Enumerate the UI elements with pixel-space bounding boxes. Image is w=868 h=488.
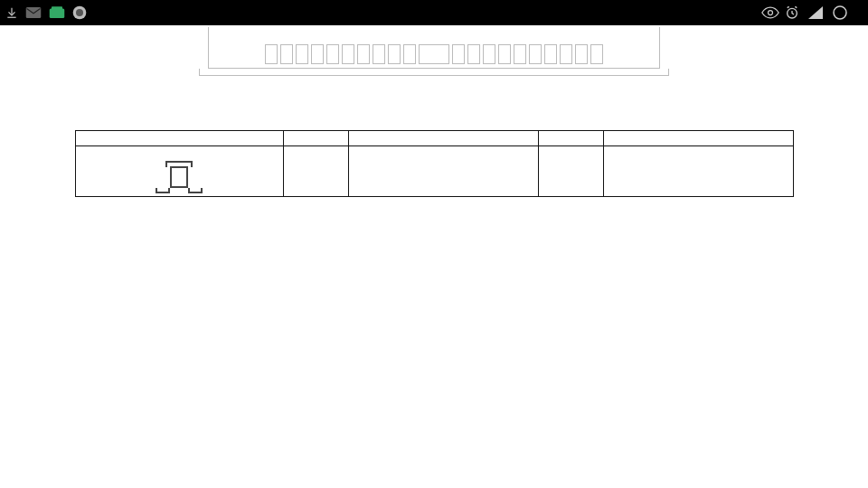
signal-icon — [808, 6, 823, 19]
statusbar-right — [761, 5, 863, 20]
terminal-col-b — [538, 146, 603, 197]
eye-icon — [761, 6, 779, 19]
device-outline-area — [0, 25, 868, 98]
svg-rect-2 — [52, 6, 62, 10]
header-audio-connector — [75, 131, 283, 146]
device-slots — [265, 44, 603, 68]
statusbar-left — [5, 5, 87, 20]
description-col-a — [348, 146, 538, 197]
table-header-row — [75, 131, 793, 146]
app-badge-icon — [49, 5, 65, 20]
svg-rect-1 — [50, 9, 65, 19]
circle-app-icon — [72, 5, 87, 20]
pinout-table — [75, 130, 794, 197]
download-icon — [5, 6, 18, 19]
header-description-b — [603, 131, 793, 146]
connector-diagram — [170, 166, 188, 188]
svg-point-7 — [834, 6, 846, 19]
battery-icon — [828, 5, 852, 20]
header-terminal-b — [538, 131, 603, 146]
svg-point-4 — [76, 9, 83, 16]
connector-diagram-cell — [75, 146, 283, 197]
pinout-table-wrap — [0, 130, 868, 197]
table-body-row — [75, 146, 793, 197]
svg-rect-0 — [26, 7, 42, 18]
alarm-icon — [785, 5, 799, 20]
connector-tab-icon — [188, 188, 203, 193]
terminal-col-a — [283, 146, 348, 197]
header-terminal-a — [283, 131, 348, 146]
head-unit-outline — [208, 27, 660, 69]
android-status-bar — [0, 0, 868, 25]
svg-point-5 — [769, 11, 773, 15]
header-description-a — [348, 131, 538, 146]
connector-clip-icon — [165, 161, 193, 167]
connector-tab-icon — [156, 188, 170, 193]
description-col-b — [603, 146, 793, 197]
mail-icon — [25, 6, 42, 19]
